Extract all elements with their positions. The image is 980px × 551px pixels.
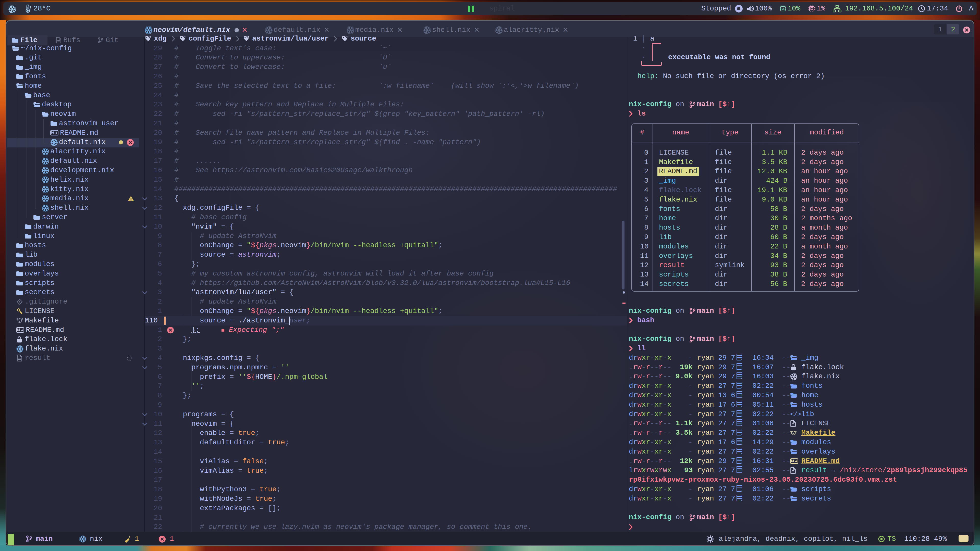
svg-text:64: 64 xyxy=(781,8,784,11)
